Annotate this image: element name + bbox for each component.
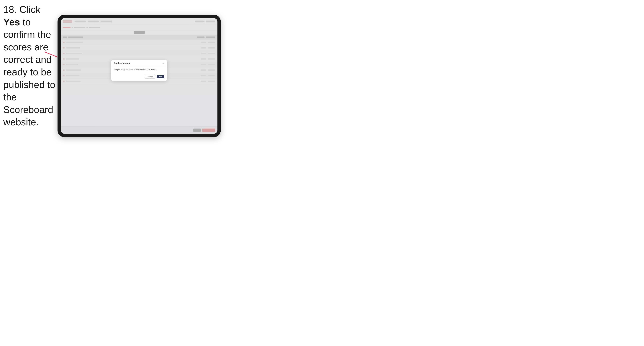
publish-scores-dialog: Publish scores × Are you ready to publis… — [111, 60, 167, 81]
instruction-text: 18. Click Yes to confirm the scores are … — [3, 3, 57, 129]
cancel-button[interactable]: Cancel — [145, 75, 155, 79]
text-before-bold: Click — [17, 4, 40, 15]
tablet-device: Publish scores × Are you ready to publis… — [58, 15, 221, 137]
modal-overlay: Publish scores × Are you ready to publis… — [61, 18, 218, 134]
close-icon[interactable]: × — [162, 62, 164, 64]
dialog-footer: Cancel Yes — [111, 73, 167, 81]
dialog-message: Are you ready to publish these scores to… — [114, 68, 164, 71]
dialog-header: Publish scores × — [111, 60, 167, 66]
dialog-body: Are you ready to publish these scores to… — [111, 66, 167, 73]
dialog-title: Publish scores — [114, 62, 130, 64]
text-after-bold: to confirm the scores are correct and re… — [3, 17, 55, 128]
tablet-screen: Publish scores × Are you ready to publis… — [61, 18, 218, 134]
bold-yes: Yes — [3, 17, 20, 27]
yes-button[interactable]: Yes — [157, 75, 164, 78]
step-number: 18. — [3, 4, 17, 15]
